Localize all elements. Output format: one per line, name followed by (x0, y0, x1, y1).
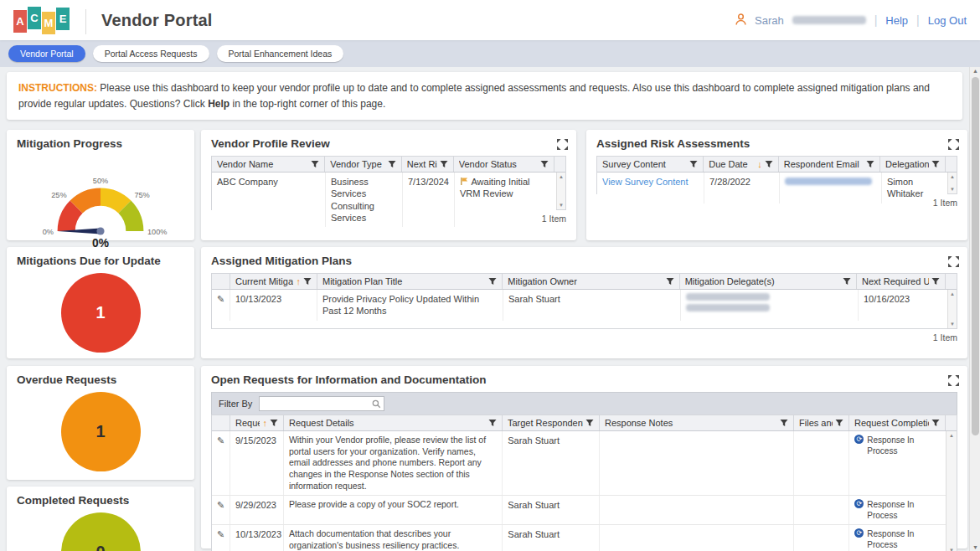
due-date-cell: 7/28/2022 (704, 173, 780, 203)
logo-letter: M (42, 12, 55, 34)
column-header-next-required-update[interactable]: Next Required Upda... (857, 274, 946, 289)
scroll-up-icon: ▲ (949, 433, 954, 438)
divider: | (874, 13, 878, 27)
column-header-vendor-status[interactable]: Vendor Status (454, 157, 554, 172)
table-row: ✎ 9/29/2023 Please provide a copy of you… (212, 496, 946, 525)
next-required-update-cell: 10/16/2023 (859, 290, 947, 321)
column-header-request-details[interactable]: Request Details (284, 415, 503, 430)
table-scrollbar[interactable]: ▲▼ (946, 431, 957, 551)
table-row: ✎ 10/13/2023 Provide Privacy Policy Upda… (212, 290, 947, 321)
scrollbar-thumb[interactable] (972, 77, 979, 435)
target-respondent-cell: Sarah Stuart (503, 431, 600, 495)
flag-icon (460, 177, 469, 186)
panel-open-requests: Open Requests for Information and Docume… (201, 366, 967, 548)
column-header-delegation[interactable]: Delegation (880, 157, 946, 172)
response-notes-cell (600, 496, 794, 524)
column-header-files[interactable]: Files and Supp... (794, 415, 849, 430)
tab-portal-access-requests[interactable]: Portal Access Requests (93, 45, 209, 62)
instructions-body-end: in the top-right corner of this page. (230, 98, 385, 110)
edit-pencil-icon[interactable]: ✎ (217, 500, 224, 510)
gauge-tick-100: 100% (147, 228, 167, 236)
sort-desc-icon: ↓ (757, 159, 762, 169)
filter-icon (931, 277, 940, 286)
logo-letter: C (28, 7, 41, 29)
top-header: A C M E Vendor Portal Sarah | Help | Log… (0, 0, 980, 40)
column-header-mitigation-owner[interactable]: Mitigation Owner (503, 274, 679, 289)
column-header-mitigation-delegates[interactable]: Mitigation Delegate(s) (680, 274, 857, 289)
column-header-due-date[interactable]: Due Date↓ (704, 157, 779, 172)
files-cell (794, 525, 849, 551)
column-header-request-completion[interactable]: Request Completion S... (849, 415, 946, 430)
mitigation-owner-cell: Sarah Stuart (503, 290, 681, 321)
panel-title: Assigned Mitigation Plans (211, 255, 957, 267)
maximize-icon[interactable] (948, 374, 959, 389)
tab-vendor-portal[interactable]: Vendor Portal (8, 45, 85, 62)
column-header-current-mitigation[interactable]: Current Mitigation ...↑ (230, 274, 317, 289)
instructions-body: Please use this dashboard to keep your v… (18, 82, 930, 110)
filter-bar: Filter By (211, 392, 957, 415)
page-scrollbar[interactable]: ▲ ▼ (969, 67, 980, 551)
page-title: Vendor Portal (101, 11, 213, 30)
scroll-up-icon: ▲ (559, 174, 564, 179)
edit-pencil-icon[interactable]: ✎ (217, 435, 224, 445)
edit-cell: ✎ (212, 290, 230, 321)
maximize-icon[interactable] (557, 138, 568, 153)
edit-cell: ✎ (212, 431, 230, 495)
risk-assessments-table: Survey Content Due Date↓ Respondent Emai… (596, 156, 957, 194)
scroll-up-icon[interactable]: ▲ (970, 68, 980, 74)
filter-icon (866, 160, 874, 168)
acme-logo: A C M E (13, 5, 70, 35)
search-icon (372, 399, 381, 409)
edit-pencil-icon[interactable]: ✎ (217, 294, 224, 304)
column-header-vendor-name[interactable]: Vendor Name (212, 157, 325, 172)
logout-link[interactable]: Log Out (928, 14, 967, 27)
vendor-type-cell: Business Services Consulting Services (326, 173, 403, 227)
plan-title-cell: Provide Privacy Policy Updated Within Pa… (317, 290, 503, 321)
sort-asc-icon: ↑ (296, 276, 301, 286)
maximize-icon[interactable] (948, 255, 959, 270)
scroll-up-icon: ▲ (950, 291, 955, 296)
view-survey-content-link[interactable]: View Survey Content (602, 177, 689, 187)
request-completion-cell: ⟳Response In Process (849, 431, 946, 495)
column-header-next-risk[interactable]: Next Ris... (402, 157, 454, 172)
mitigation-plans-table: Current Mitigation ...↑ Mitigation Plan … (211, 273, 957, 329)
filter-icon (780, 419, 788, 427)
panel-title: Mitigations Due for Update (17, 255, 184, 267)
scroll-down-icon: ▼ (559, 203, 564, 208)
maximize-icon[interactable] (948, 138, 959, 153)
filter-input[interactable] (259, 396, 384, 411)
current-mitigation-cell: 10/13/2023 (230, 290, 317, 321)
filter-icon (689, 160, 698, 168)
filter-icon (843, 277, 851, 286)
help-link[interactable]: Help (885, 14, 908, 27)
column-header-response-notes[interactable]: Response Notes (600, 415, 794, 430)
files-cell (794, 431, 849, 495)
instructions-text: INSTRUCTIONS: Please use this dashboard … (18, 80, 951, 111)
column-header-plan-title[interactable]: Mitigation Plan Title (317, 274, 503, 289)
divider: | (916, 13, 920, 27)
column-header-target-respondent[interactable]: Target Respondent (503, 415, 600, 430)
user-name[interactable]: Sarah (755, 14, 784, 27)
column-header-survey-content[interactable]: Survey Content (597, 157, 704, 172)
scroll-down-icon[interactable]: ▼ (970, 544, 980, 550)
gauge-tick-0: 0% (43, 228, 54, 236)
filter-icon (540, 160, 549, 168)
tab-portal-enhancement-ideas[interactable]: Portal Enhancement Ideas (217, 45, 344, 62)
table-scrollbar[interactable]: ▲▼ (947, 173, 957, 193)
column-header-request-date[interactable]: Reques...↑ (230, 415, 284, 430)
table-scrollbar[interactable]: ▲▼ (556, 173, 565, 209)
panel-title: Open Requests for Information and Docume… (211, 373, 957, 386)
kpi-circle-mitigations-due: 1 (61, 273, 141, 353)
panel-assigned-mitigation-plans: Assigned Mitigation Plans Current Mitiga… (201, 247, 967, 358)
column-header-vendor-type[interactable]: Vendor Type (325, 157, 402, 172)
redacted-text (792, 16, 866, 24)
kpi-circle-completed-requests: 0 (61, 512, 141, 551)
open-requests-table: Reques...↑ Request Details Target Respon… (211, 415, 957, 551)
table-scrollbar[interactable]: ▲▼ (947, 290, 957, 328)
edit-pencil-icon[interactable]: ✎ (217, 529, 224, 539)
in-process-icon: ⟳ (854, 528, 864, 538)
column-header-respondent-email[interactable]: Respondent Email (779, 157, 880, 172)
gauge-chart: 0% 25% 50% 75% 100% 0% (17, 156, 184, 250)
request-date-cell: 10/13/2023 (230, 525, 284, 551)
filter-icon (666, 277, 674, 286)
